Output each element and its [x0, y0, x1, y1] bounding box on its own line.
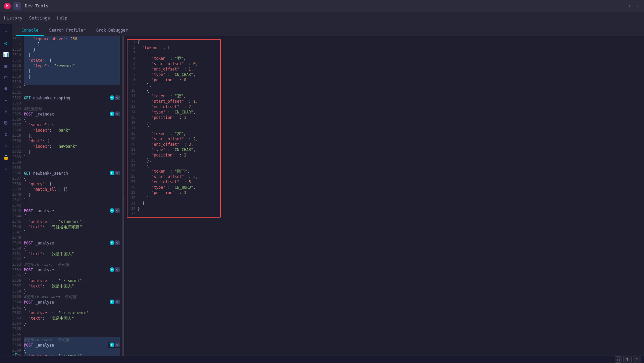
line-content: "position" : 0 — [138, 77, 220, 83]
tab-console[interactable]: Console — [16, 25, 44, 36]
line-number: 2525 — [12, 111, 24, 117]
sidebar-icon-maps[interactable]: ◫ — [1, 73, 11, 82]
nav-settings[interactable]: Settings — [29, 14, 50, 22]
sidebar-icon-person[interactable]: ☻ — [1, 84, 11, 93]
table-row: 2540 } — [12, 192, 122, 197]
line-number: 2557 — [12, 283, 24, 289]
sidebar-icon-home[interactable]: ⌂ — [1, 27, 11, 36]
run-button[interactable]: ▶ — [110, 171, 114, 175]
line-content: POST _analyze — [24, 267, 108, 273]
line-number: 27 — [127, 179, 138, 185]
sidebar-icon-apm[interactable]: ⚡ — [1, 107, 11, 116]
run-button[interactable]: ▶ — [110, 208, 114, 213]
sidebar-icon-discover[interactable]: ⊙ — [1, 130, 11, 139]
maximize-button[interactable]: □ — [628, 4, 633, 8]
table-row: 2527 "source": { — [12, 122, 122, 128]
run-button[interactable]: ▶ — [110, 240, 114, 245]
table-row: 2522GET newbank/_mapping▶⚙ — [12, 95, 122, 101]
layout-btn-2[interactable]: 半 — [623, 356, 632, 363]
table-row: 11 "token" : "碧", — [127, 93, 220, 99]
line-content: #使用ik_smart 分词器 — [24, 337, 120, 343]
sidebar-icon-search[interactable]: ◎ — [1, 38, 11, 48]
table-row: 9 }, — [127, 83, 220, 88]
wrench-button[interactable]: ⚙ — [115, 95, 120, 100]
line-content: POST _reindex — [24, 111, 108, 117]
line-content: POST _analyze — [24, 343, 108, 348]
sidebar-icon-stack[interactable]: ≡ — [1, 164, 11, 173]
table-row: 8 "position" : 0 — [127, 77, 220, 83]
table-row: 2544{ — [12, 214, 122, 219]
line-content: "position" : 2 — [138, 152, 220, 158]
line-content: "tokens" : [ — [138, 45, 220, 50]
line-number: 17 — [127, 126, 138, 131]
wrench-button[interactable]: ⚙ — [115, 300, 120, 304]
wrench-button[interactable]: ⚙ — [115, 171, 120, 175]
line-number: 2554 — [12, 267, 24, 273]
line-number: 2567 — [12, 337, 24, 343]
layout-btn-1[interactable]: □ — [615, 356, 622, 363]
wrench-button[interactable]: ⚙ — [115, 111, 120, 116]
table-row: 2558} — [12, 289, 122, 294]
line-content — [24, 326, 120, 332]
right-output-panel[interactable]: 1{2 "tokens" : [3 {4 "token" : "乔",5 "st… — [124, 36, 644, 363]
table-row: 29 "position" : 3 — [127, 190, 220, 195]
sidebar-icon-dashboard[interactable]: ▦ — [1, 61, 11, 71]
line-number: 2559 — [12, 294, 24, 300]
table-row: 2538 "query": { — [12, 181, 122, 187]
table-row: 16 }, — [127, 120, 220, 126]
run-button[interactable]: ▶ — [110, 95, 114, 100]
table-row: 2523 — [12, 101, 122, 106]
line-number: 2532 — [12, 149, 24, 154]
run-button[interactable]: ▶ — [110, 111, 114, 116]
line-number: 10 — [127, 88, 138, 93]
tab-grok-debugger[interactable]: Grok Debugger — [91, 25, 133, 36]
table-row: 22 "position" : 2 — [127, 152, 220, 158]
line-content: { — [24, 176, 120, 181]
output-lines: 1{2 "tokens" : [3 {4 "token" : "乔",5 "st… — [127, 40, 220, 217]
wrench-button[interactable]: ⚙ — [115, 267, 120, 272]
sidebar-icon-ml[interactable]: ✦ — [1, 95, 11, 105]
line-number: 2515 — [12, 58, 24, 63]
table-row: 12 "start_offset" : 1, — [127, 99, 220, 104]
line-content: } — [24, 149, 120, 154]
run-button[interactable]: ▶ — [110, 300, 114, 304]
table-row: 2556 "analyzer": "ik_smart", — [12, 278, 122, 283]
line-number: 2531 — [12, 144, 24, 149]
table-row: 2555{ — [12, 273, 122, 278]
line-content: { — [24, 305, 120, 310]
nav-history[interactable]: History — [4, 14, 22, 22]
line-content: }, — [138, 158, 220, 163]
sidebar-icon-dev[interactable]: ✎ — [1, 141, 11, 150]
line-number: 2521 — [12, 90, 24, 95]
nav-help[interactable]: Help — [57, 14, 67, 22]
table-row: 2511 "ignore_above": 256 — [12, 36, 122, 42]
left-editor-panel[interactable]: 2511 "ignore_above": 2562512 }2513 }2514… — [12, 36, 123, 363]
line-content — [138, 212, 220, 217]
minimize-button[interactable]: ─ — [621, 4, 625, 8]
sidebar-icon-lock[interactable]: 🔒 — [1, 152, 11, 162]
output-wrapper: 1{2 "tokens" : [3 {4 "token" : "乔",5 "st… — [127, 39, 221, 218]
line-number: 23 — [127, 158, 138, 163]
line-number: 2569 — [12, 348, 24, 353]
wrench-button[interactable]: ⚙ — [115, 240, 120, 245]
sidebar-icon-security[interactable]: ⛨ — [1, 118, 11, 128]
close-button[interactable]: ✕ — [635, 4, 640, 8]
line-number: 2551 — [12, 251, 24, 257]
tab-search-profiler[interactable]: Search Profiler — [44, 25, 91, 36]
line-content: GET newbank/_mapping — [24, 95, 108, 101]
line-number: 31 — [127, 201, 138, 206]
line-number: 8 — [127, 77, 138, 83]
line-content: "type" : "CN_CHAR", — [138, 72, 220, 77]
line-content: "start_offset" : 0, — [138, 61, 220, 66]
table-row: 2526{ — [12, 117, 122, 122]
line-number: 2539 — [12, 187, 24, 192]
wrench-button[interactable]: ⚙ — [115, 208, 120, 213]
line-content: "analyzer": "standard", — [24, 219, 120, 224]
run-button[interactable]: ▶ — [110, 343, 114, 347]
sidebar-icon-visualize[interactable]: 📊 — [1, 50, 11, 59]
line-content: #数据迁移 — [24, 106, 120, 111]
line-content: "analyzer": "ik_max_word", — [24, 310, 120, 316]
layout-btn-3[interactable]: 半 — [633, 356, 641, 363]
run-button[interactable]: ▶ — [110, 267, 114, 272]
wrench-button[interactable]: ⚙ — [115, 343, 120, 347]
